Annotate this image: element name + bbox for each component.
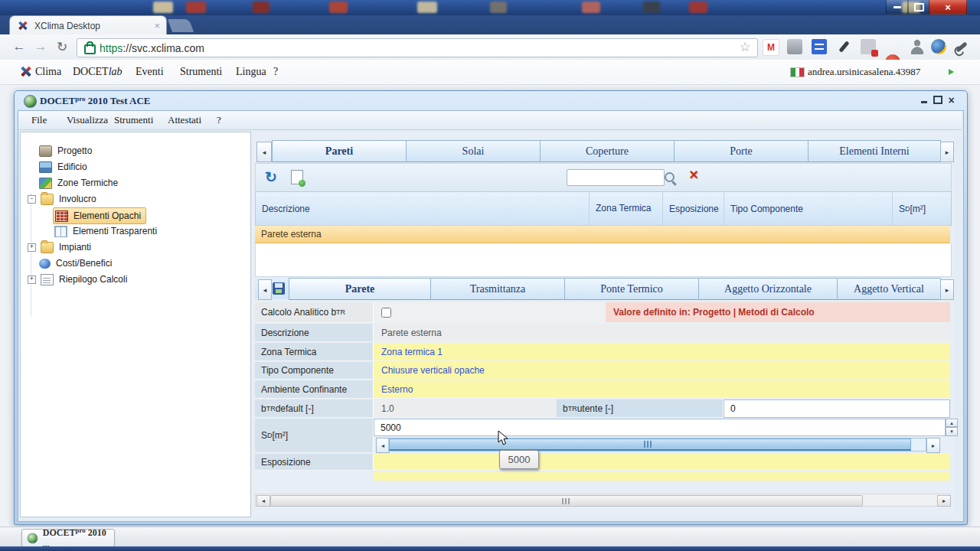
- menu-visualizza[interactable]: Visualizza: [67, 114, 108, 126]
- column-zona-termica[interactable]: Zona Termica: [589, 192, 662, 225]
- wrench-menu-icon[interactable]: [954, 39, 969, 54]
- tree-item-edificio[interactable]: Edificio: [39, 159, 87, 174]
- subtab-parete[interactable]: Parete: [289, 278, 431, 300]
- scrollbar-thumb[interactable]: [270, 495, 863, 507]
- tree-item-elementi-opachi[interactable]: Elementi Opachi: [53, 207, 146, 224]
- btr-utente-input[interactable]: [724, 399, 950, 418]
- calcolo-note: Valore definito in: Progetto | Metodi di…: [606, 302, 950, 323]
- sd-slider-thumb[interactable]: [644, 441, 653, 448]
- detail-tabs-scroll-right-button[interactable]: ▸: [940, 279, 954, 300]
- tab-elementi-interni[interactable]: Elementi Interni: [808, 140, 941, 162]
- username-label: andrea.ursinicasalena.43987: [808, 66, 920, 78]
- zona-termica-value[interactable]: Zona termica 1: [374, 343, 950, 361]
- detail-tabs-scroll-left-button[interactable]: ◂: [258, 279, 272, 300]
- os-minimize-button[interactable]: [886, 0, 909, 15]
- tree-item-riepilogo-calcoli[interactable]: +Riepilogo Calcoli: [28, 272, 127, 287]
- forward-icon[interactable]: →: [31, 37, 51, 57]
- sd-slider-fill[interactable]: [389, 439, 911, 451]
- nav-item-eventi[interactable]: Eventi: [136, 66, 164, 78]
- project-icon: [39, 145, 52, 157]
- nav-item-strumenti[interactable]: Strumenti: [180, 66, 222, 78]
- tabs-scroll-right-button[interactable]: ▸: [940, 142, 954, 162]
- filter-input[interactable]: [567, 169, 665, 186]
- horizontal-scrollbar[interactable]: ◂ ▸: [255, 494, 950, 507]
- slider-tooltip: 5000: [499, 450, 539, 469]
- window-restore-button[interactable]: [932, 96, 943, 106]
- browser-tab[interactable]: XClima Desktop ×: [9, 15, 167, 35]
- reload-icon[interactable]: ↻: [52, 37, 72, 57]
- expand-icon[interactable]: +: [28, 276, 36, 284]
- subtab-trasmittanza[interactable]: Trasmittanza: [430, 278, 565, 300]
- subtab-aggetto-verticale[interactable]: Aggetto Vertical: [837, 278, 941, 300]
- menu-strumenti[interactable]: Strumenti: [114, 114, 153, 126]
- ambiente-confinante-label: Ambiente Confinante: [255, 380, 374, 399]
- tree-item-progetto[interactable]: Progetto: [39, 143, 92, 158]
- search-icon[interactable]: [660, 168, 678, 186]
- tab-porte[interactable]: Porte: [674, 140, 808, 162]
- tipo-componente-value[interactable]: Chiusure verticali opache: [374, 362, 950, 380]
- column-descrizione[interactable]: Descrizione: [256, 192, 589, 225]
- delete-icon[interactable]: ×: [684, 165, 703, 184]
- plug-extension-icon[interactable]: [836, 39, 851, 54]
- calcolo-analitico-checkbox[interactable]: [381, 308, 391, 318]
- tab-solai[interactable]: Solai: [406, 140, 541, 162]
- column-tipo-componente[interactable]: Tipo Componente: [724, 192, 892, 225]
- tree-item-zone-termiche[interactable]: Zone Termiche: [39, 175, 118, 191]
- device-extension-icon[interactable]: [787, 39, 802, 54]
- gmail-extension-icon[interactable]: M: [763, 39, 779, 56]
- tab-coperture[interactable]: Coperture: [540, 140, 675, 162]
- back-icon[interactable]: ←: [9, 37, 29, 57]
- bookmark-star-icon[interactable]: ☆: [737, 39, 753, 54]
- nav-item-help[interactable]: ?: [273, 66, 278, 78]
- nav-item-clima[interactable]: Clima: [35, 66, 61, 78]
- collapse-icon[interactable]: -: [28, 195, 36, 204]
- globe-extension-icon[interactable]: [931, 39, 946, 54]
- sd-spin-up-button[interactable]: ▴: [946, 419, 958, 427]
- menu-help[interactable]: ?: [217, 114, 221, 126]
- save-button[interactable]: [273, 282, 285, 298]
- menu-file[interactable]: File: [31, 114, 47, 126]
- sd-input[interactable]: [374, 419, 946, 436]
- nav-item-lingua[interactable]: Lingua: [236, 66, 266, 78]
- badge-extension-icon[interactable]: [861, 39, 876, 54]
- new-tab-button[interactable]: [168, 19, 194, 32]
- grid-row-parete-esterna[interactable]: Parete esterna: [255, 225, 950, 243]
- add-element-icon[interactable]: [288, 168, 306, 186]
- window-minimize-button[interactable]: [918, 95, 929, 106]
- tree-label: Progetto: [57, 145, 92, 156]
- window-close-button[interactable]: ×: [946, 94, 957, 106]
- tab-close-icon[interactable]: ×: [154, 20, 160, 31]
- tree-item-involucro[interactable]: -Involucro: [28, 191, 96, 207]
- app-menubar: File Visualizza Strumenti Attestati ?: [18, 111, 962, 130]
- tree-label: Zone Termiche: [57, 178, 118, 188]
- sd-slider-track[interactable]: [388, 438, 926, 452]
- ambiente-confinante-value[interactable]: Esterno: [374, 380, 950, 399]
- nav-item-docetlab[interactable]: DOCETlab: [73, 66, 122, 78]
- subtab-aggetto-orizzontale[interactable]: Aggetto Orizzontale: [698, 278, 838, 300]
- refresh-icon[interactable]: ↻: [262, 168, 280, 186]
- docs-extension-icon[interactable]: [812, 39, 827, 54]
- sd-slider-right-button[interactable]: ▸: [926, 438, 940, 453]
- tabs-scroll-left-button[interactable]: ◂: [256, 142, 272, 162]
- column-esposizione[interactable]: Esposizione: [662, 192, 724, 225]
- os-maximize-button[interactable]: [907, 0, 930, 15]
- expand-icon[interactable]: +: [28, 243, 36, 252]
- scroll-right-button[interactable]: ▸: [937, 495, 951, 507]
- profile-extension-icon[interactable]: [910, 39, 925, 54]
- os-close-button[interactable]: ×: [929, 0, 967, 15]
- tree-item-costi-benefici[interactable]: Costi/Benefici: [39, 256, 112, 271]
- esposizione-value[interactable]: [374, 454, 950, 471]
- address-bar[interactable]: https ://svc.xclima.com: [77, 38, 758, 57]
- subtab-ponte-termico[interactable]: Ponte Termico: [564, 278, 699, 300]
- label-sub: TR: [568, 405, 577, 412]
- column-sd[interactable]: SD [m²]: [892, 192, 951, 225]
- menu-attestati[interactable]: Attestati: [168, 114, 201, 126]
- tab-pareti[interactable]: Pareti: [272, 140, 407, 162]
- maximize-icon: [914, 3, 924, 11]
- scroll-left-button[interactable]: ◂: [256, 495, 270, 507]
- sd-spin-down-button[interactable]: ▾: [946, 427, 958, 436]
- tree-item-elementi-trasparenti[interactable]: Elementi Trasparenti: [54, 223, 157, 239]
- taskbar-app-icon: [490, 2, 507, 13]
- docet-taskbar-button[interactable]: DOCETpro 2010 ...: [21, 529, 115, 547]
- tree-item-impianti[interactable]: +Impianti: [28, 240, 91, 255]
